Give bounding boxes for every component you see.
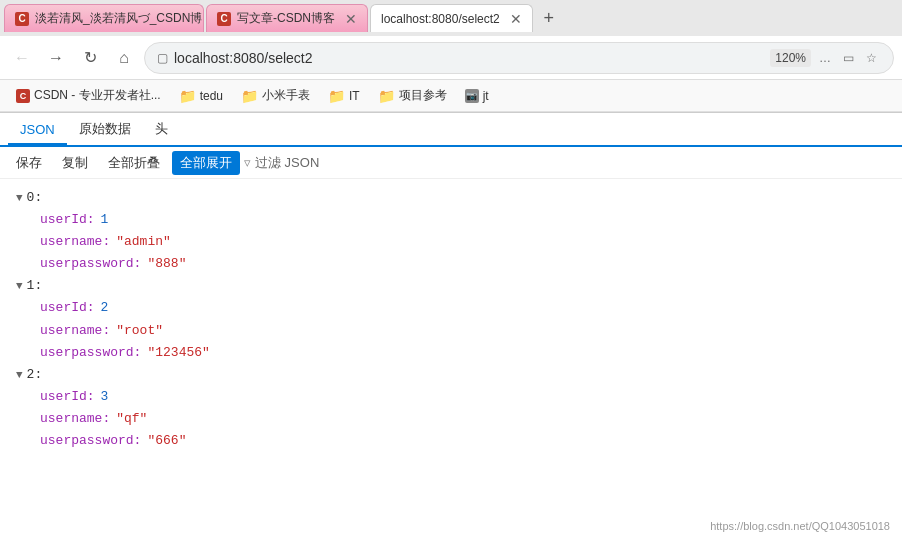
home-button[interactable]: ⌂ [110,44,138,72]
json-item-2-userpassword: userpassword: "666" [16,430,886,452]
url-display: localhost:8080/select2 [174,50,764,66]
json-content: ▼ 0: userId: 1 username: "admin" userpas… [0,179,902,521]
filter-label: 过滤 JSON [255,154,319,172]
val-1-userpassword: "123456" [147,342,209,364]
bookmark-jt[interactable]: 📷 jt [457,86,497,106]
browser-tab-2[interactable]: C 写文章-CSDN博客 ✕ [206,4,368,32]
bookmark-xiaomi[interactable]: 📁 小米手表 [233,84,318,107]
zoom-badge: 120% [770,49,811,67]
expand-2-icon[interactable]: ▼ [16,366,23,385]
bm-project-label: 项目参考 [399,87,447,104]
bm-jt-favicon: 📷 [465,89,479,103]
new-tab-button[interactable]: + [535,4,563,32]
expand-1-icon[interactable]: ▼ [16,277,23,296]
json-item-2-userid: userId: 3 [16,386,886,408]
key-0-userpassword: userpassword: [40,253,141,275]
json-item-0-userid: userId: 1 [16,209,886,231]
tab-raw[interactable]: 原始数据 [67,114,143,146]
key-0-username: username: [40,231,110,253]
json-item-1-header: ▼ 1: [16,275,886,297]
json-viewer-app: JSON 原始数据 头 保存 复制 全部折叠 全部展开 ▿ 过滤 JSON ▼ … [0,113,902,521]
url-lock-icon: ▢ [157,51,168,65]
key-2-userid: userId: [40,386,95,408]
bm-xiaomi-label: 小米手表 [262,87,310,104]
val-0-userpassword: "888" [147,253,186,275]
val-1-userid: 2 [101,297,109,319]
bm-csdn-favicon: C [16,89,30,103]
key-0-userid: userId: [40,209,95,231]
filter-icon: ▿ [244,155,251,170]
key-1-userpassword: userpassword: [40,342,141,364]
bookmark-csdn[interactable]: C CSDN - 专业开发者社... [8,84,169,107]
tab1-label: 淡若清风_淡若清风づ_CSDN博... [35,10,204,27]
save-button[interactable]: 保存 [8,151,50,175]
key-2-userpassword: userpassword: [40,430,141,452]
bookmark-it[interactable]: 📁 IT [320,85,368,107]
json-item-0-userpassword: userpassword: "888" [16,253,886,275]
expand-0-icon[interactable]: ▼ [16,189,23,208]
bookmark-button[interactable]: ☆ [862,49,881,67]
forward-button[interactable]: → [42,44,70,72]
json-item-0-header: ▼ 0: [16,187,886,209]
refresh-button[interactable]: ↻ [76,44,104,72]
tab3-label: localhost:8080/select2 [381,12,500,26]
key-1-username: username: [40,320,110,342]
val-2-userid: 3 [101,386,109,408]
json-index-1: 1: [27,275,43,297]
bookmarks-bar: C CSDN - 专业开发者社... 📁 tedu 📁 小米手表 📁 IT 📁 … [0,80,902,112]
json-item-1-username: username: "root" [16,320,886,342]
tab-bar: C 淡若清风_淡若清风づ_CSDN博... ✕ C 写文章-CSDN博客 ✕ l… [0,0,902,36]
watermark: https://blog.csdn.net/QQ1043051018 [710,520,890,532]
more-button[interactable]: … [815,49,835,67]
json-toolbar: 保存 复制 全部折叠 全部展开 ▿ 过滤 JSON [0,147,902,179]
bm-project-folder-icon: 📁 [378,88,395,104]
address-bar: ← → ↻ ⌂ ▢ localhost:8080/select2 120% … … [0,36,902,80]
filter-section: ▿ 过滤 JSON [244,154,319,172]
json-item-2-username: username: "qf" [16,408,886,430]
bm-it-label: IT [349,89,360,103]
json-item-0-username: username: "admin" [16,231,886,253]
tab2-favicon: C [217,12,231,26]
val-2-username: "qf" [116,408,147,430]
val-0-username: "admin" [116,231,171,253]
tab2-label: 写文章-CSDN博客 [237,10,335,27]
val-0-userid: 1 [101,209,109,231]
url-actions: 120% … ▭ ☆ [770,49,881,67]
cast-button[interactable]: ▭ [839,49,858,67]
bm-xiaomi-folder-icon: 📁 [241,88,258,104]
json-item-1-userid: userId: 2 [16,297,886,319]
bookmark-tedu[interactable]: 📁 tedu [171,85,231,107]
bm-tedu-folder-icon: 📁 [179,88,196,104]
json-item-1-userpassword: userpassword: "123456" [16,342,886,364]
browser-tab-3[interactable]: localhost:8080/select2 ✕ [370,4,533,32]
tab2-close[interactable]: ✕ [345,12,357,26]
expand-all-button[interactable]: 全部展开 [172,151,240,175]
bm-tedu-label: tedu [200,89,223,103]
key-2-username: username: [40,408,110,430]
bm-it-folder-icon: 📁 [328,88,345,104]
json-item-2-header: ▼ 2: [16,364,886,386]
key-1-userid: userId: [40,297,95,319]
val-2-userpassword: "666" [147,430,186,452]
tab-headers[interactable]: 头 [143,114,180,146]
bm-jt-label: jt [483,89,489,103]
json-index-0: 0: [27,187,43,209]
browser-tab-1[interactable]: C 淡若清风_淡若清风づ_CSDN博... ✕ [4,4,204,32]
back-button[interactable]: ← [8,44,36,72]
collapse-all-button[interactable]: 全部折叠 [100,151,168,175]
tab-json[interactable]: JSON [8,116,67,145]
tab1-favicon: C [15,12,29,26]
bookmark-project[interactable]: 📁 项目参考 [370,84,455,107]
json-index-2: 2: [27,364,43,386]
url-bar[interactable]: ▢ localhost:8080/select2 120% … ▭ ☆ [144,42,894,74]
bm-csdn-label: CSDN - 专业开发者社... [34,87,161,104]
copy-button[interactable]: 复制 [54,151,96,175]
json-viewer-tabs: JSON 原始数据 头 [0,113,902,147]
tab3-close[interactable]: ✕ [510,12,522,26]
val-1-username: "root" [116,320,163,342]
